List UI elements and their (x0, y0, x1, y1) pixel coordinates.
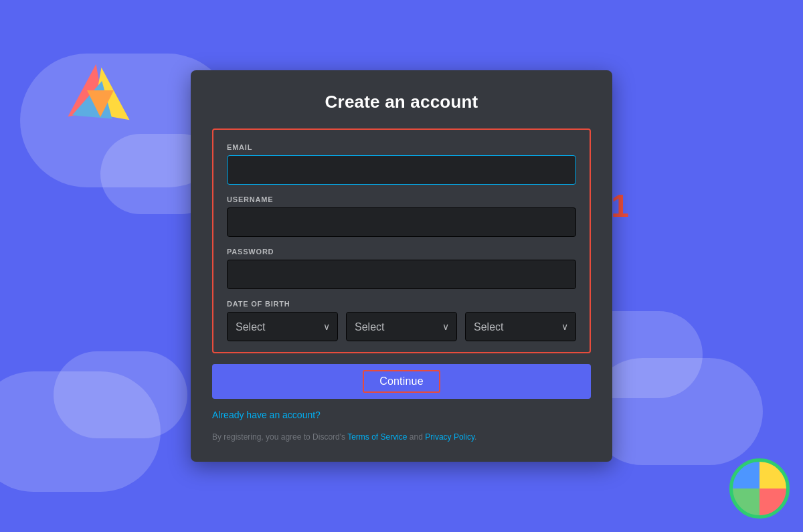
email-label: EMAIL (227, 143, 576, 151)
bird-body (87, 90, 114, 117)
continue-button[interactable]: Continue (212, 364, 591, 399)
bg-cloud-2 (54, 351, 187, 438)
terms-text: By registering, you agree to Discord's T… (212, 431, 591, 443)
dob-label: DATE OF BIRTH (227, 300, 576, 308)
password-field-group: PASSWORD (227, 248, 576, 289)
dob-month-wrapper: Select JanuaryFebruaryMarch AprilMayJune… (227, 312, 338, 341)
login-link[interactable]: Already have an account? (212, 410, 591, 420)
privacy-policy-link[interactable]: Privacy Policy (425, 432, 474, 442)
terms-text-after: . (474, 432, 476, 442)
modal-title: Create an account (212, 92, 591, 112)
username-label: USERNAME (227, 195, 576, 203)
register-modal: Create an account EMAIL USERNAME PASSWOR… (191, 70, 612, 462)
username-input[interactable] (227, 207, 576, 237)
dob-year-select[interactable]: Select 20242010200019901980 (465, 312, 576, 341)
email-field-group: EMAIL (227, 143, 576, 185)
password-input[interactable] (227, 260, 576, 289)
form-border-box: EMAIL USERNAME PASSWORD DATE OF BIRTH Se… (212, 128, 591, 353)
password-label: PASSWORD (227, 248, 576, 256)
email-input[interactable] (227, 155, 576, 185)
dob-month-select[interactable]: Select JanuaryFebruaryMarch AprilMayJune… (227, 312, 338, 341)
step-number-1: 1 (611, 187, 629, 224)
username-field-group: USERNAME (227, 195, 576, 237)
continue-button-wrapper: Continue Continue (212, 364, 591, 399)
dob-field-group: DATE OF BIRTH Select JanuaryFebruaryMarc… (227, 300, 576, 341)
dob-row: Select JanuaryFebruaryMarch AprilMayJune… (227, 312, 576, 341)
terms-text-before: By registering, you agree to Discord's (212, 432, 347, 442)
dob-year-wrapper: Select 20242010200019901980 ∨ (465, 312, 576, 341)
dob-day-select[interactable]: Select 12345 678910 15202531 (346, 312, 457, 341)
terms-of-service-link[interactable]: Terms of Service (347, 432, 407, 442)
circle-badge (729, 458, 790, 519)
bird-decoration (64, 67, 137, 120)
dob-day-wrapper: Select 12345 678910 15202531 ∨ (346, 312, 457, 341)
terms-text-middle: and (408, 432, 426, 442)
